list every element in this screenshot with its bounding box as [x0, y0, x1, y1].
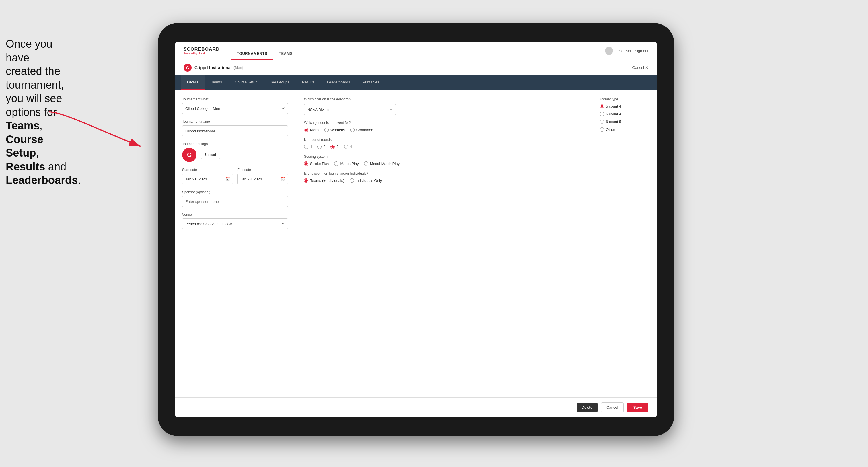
top-nav: TOURNAMENTS TEAMS — [231, 41, 298, 60]
tournament-name-input[interactable] — [182, 125, 288, 136]
end-date-group: End date 📅 — [237, 168, 288, 184]
end-date-label: End date — [237, 168, 288, 172]
logo-title: SCOREBOARD — [184, 47, 220, 52]
logo-upload-area: C Upload — [182, 148, 288, 162]
format-radio-5count4[interactable]: 5 count 4 — [600, 104, 648, 108]
gender-radio-mens[interactable]: Mens — [304, 128, 319, 132]
bottom-bar: Delete Cancel Save — [175, 397, 657, 417]
sec-nav-details[interactable]: Details — [181, 75, 205, 90]
user-label[interactable]: Test User | Sign out — [616, 49, 648, 53]
start-date-calendar-icon: 📅 — [226, 177, 230, 181]
scoring-group: Scoring system Stroke Play Match Play — [304, 155, 591, 166]
right-column: Which division is the event for? NCAA Di… — [296, 90, 657, 397]
format-type-column: Format type 5 count 4 6 count 4 — [591, 97, 648, 188]
format-type-label: Format type — [600, 97, 648, 101]
delete-button[interactable]: Delete — [577, 403, 598, 412]
scoring-radio-stroke[interactable]: Stroke Play — [304, 161, 329, 166]
user-avatar — [605, 47, 613, 55]
cancel-button[interactable]: Cancel — [601, 402, 623, 412]
division-group: Which division is the event for? NCAA Di… — [304, 97, 591, 115]
right-content-flex: Which division is the event for? NCAA Di… — [304, 97, 648, 188]
sec-nav-course-setup[interactable]: Course Setup — [228, 75, 264, 90]
tablet-frame: SCOREBOARD Powered by clippd TOURNAMENTS… — [158, 23, 674, 436]
venue-group: Venue Peachtree GC - Atlanta - GA — [182, 213, 288, 229]
left-column: Tournament Host Clippd College - Men Tou… — [175, 90, 296, 397]
rounds-label: Number of rounds — [304, 138, 591, 142]
logo-area: SCOREBOARD Powered by clippd — [184, 47, 220, 55]
cancel-top-button[interactable]: Cancel✕ — [631, 65, 648, 70]
end-date-input[interactable] — [237, 174, 288, 184]
sec-nav-results[interactable]: Results — [296, 75, 321, 90]
rounds-radio-2[interactable]: 2 — [317, 145, 325, 149]
user-area: Test User | Sign out — [605, 47, 648, 55]
venue-label: Venue — [182, 213, 288, 217]
rounds-radio-3[interactable]: 3 — [331, 145, 339, 149]
teams-individuals-group: Is this event for Teams and/or Individua… — [304, 172, 591, 183]
teams-radio-teams-individuals[interactable]: Teams (+Individuals) — [304, 179, 344, 183]
logo-preview: C — [182, 148, 196, 162]
tournament-name-group: Tournament name — [182, 120, 288, 136]
logo-subtitle: Powered by clippd — [184, 52, 220, 55]
sponsor-label: Sponsor (optional) — [182, 190, 288, 194]
sec-nav-leaderboards[interactable]: Leaderboards — [321, 75, 356, 90]
venue-select[interactable]: Peachtree GC - Atlanta - GA — [182, 218, 288, 229]
teams-label: Is this event for Teams and/or Individua… — [304, 172, 591, 176]
start-date-wrap: 📅 — [182, 174, 233, 184]
tournament-host-group: Tournament Host Clippd College - Men — [182, 97, 288, 114]
instruction-text: Once you have created the tournament, yo… — [0, 37, 80, 187]
main-content: Tournament Host Clippd College - Men Tou… — [175, 90, 657, 397]
division-label: Which division is the event for? — [304, 97, 591, 101]
scoring-radio-match[interactable]: Match Play — [334, 161, 359, 166]
rounds-radio-4[interactable]: 4 — [344, 145, 352, 149]
rounds-radio-group: 1 2 3 — [304, 145, 591, 149]
division-select[interactable]: NCAA Division III — [304, 104, 396, 115]
tournament-icon: C — [184, 64, 192, 72]
gender-label: Which gender is the event for? — [304, 121, 591, 125]
tournament-bar: C Clippd Invitational (Men) Cancel✕ — [175, 60, 657, 75]
scoring-label: Scoring system — [304, 155, 591, 159]
sponsor-group: Sponsor (optional) — [182, 190, 288, 207]
tournament-title: Clippd Invitational — [194, 65, 232, 70]
gender-radio-combined[interactable]: Combined — [350, 128, 373, 132]
secondary-nav: Details Teams Course Setup Tee Groups Re… — [175, 75, 657, 90]
upload-button[interactable]: Upload — [201, 151, 220, 159]
format-radio-6count4[interactable]: 6 count 4 — [600, 112, 648, 116]
teams-radio-group: Teams (+Individuals) Individuals Only — [304, 179, 591, 183]
sec-nav-tee-groups[interactable]: Tee Groups — [264, 75, 296, 90]
tablet-screen: SCOREBOARD Powered by clippd TOURNAMENTS… — [175, 41, 657, 417]
end-date-wrap: 📅 — [237, 174, 288, 184]
format-radio-6count5[interactable]: 6 count 5 — [600, 120, 648, 124]
sec-nav-teams[interactable]: Teams — [205, 75, 228, 90]
tournament-name-label: Tournament name — [182, 120, 288, 124]
scoring-radio-medal[interactable]: Medal Match Play — [364, 161, 400, 166]
tournament-host-label: Tournament Host — [182, 97, 288, 101]
start-date-input[interactable] — [182, 174, 233, 184]
tournament-host-select[interactable]: Clippd College - Men — [182, 103, 288, 114]
sec-nav-printables[interactable]: Printables — [356, 75, 385, 90]
start-date-label: Start date — [182, 168, 233, 172]
gender-group: Which gender is the event for? Mens Wome… — [304, 121, 591, 132]
tournament-logo-label: Tournament logo — [182, 142, 288, 146]
end-date-calendar-icon: 📅 — [281, 177, 286, 181]
format-radio-group: 5 count 4 6 count 4 6 count 5 — [600, 104, 648, 132]
gender-radio-womens[interactable]: Womens — [324, 128, 345, 132]
start-date-group: Start date 📅 — [182, 168, 233, 184]
app-topbar: SCOREBOARD Powered by clippd TOURNAMENTS… — [175, 41, 657, 60]
teams-radio-individuals-only[interactable]: Individuals Only — [350, 179, 382, 183]
format-radio-other[interactable]: Other — [600, 127, 648, 132]
date-row: Start date 📅 End date 📅 — [182, 168, 288, 184]
scoring-radio-group: Stroke Play Match Play Medal Match Play — [304, 161, 591, 166]
sponsor-input[interactable] — [182, 196, 288, 207]
rounds-radio-1[interactable]: 1 — [304, 145, 312, 149]
tournament-subtitle: (Men) — [234, 65, 243, 70]
save-button[interactable]: Save — [627, 403, 648, 412]
tournament-logo-group: Tournament logo C Upload — [182, 142, 288, 162]
dates-group: Start date 📅 End date 📅 — [182, 168, 288, 184]
nav-tab-tournaments[interactable]: TOURNAMENTS — [231, 48, 273, 60]
nav-tab-teams[interactable]: TEAMS — [273, 48, 298, 60]
right-main: Which division is the event for? NCAA Di… — [304, 97, 591, 188]
rounds-group: Number of rounds 1 2 — [304, 138, 591, 149]
gender-radio-group: Mens Womens Combined — [304, 128, 591, 132]
